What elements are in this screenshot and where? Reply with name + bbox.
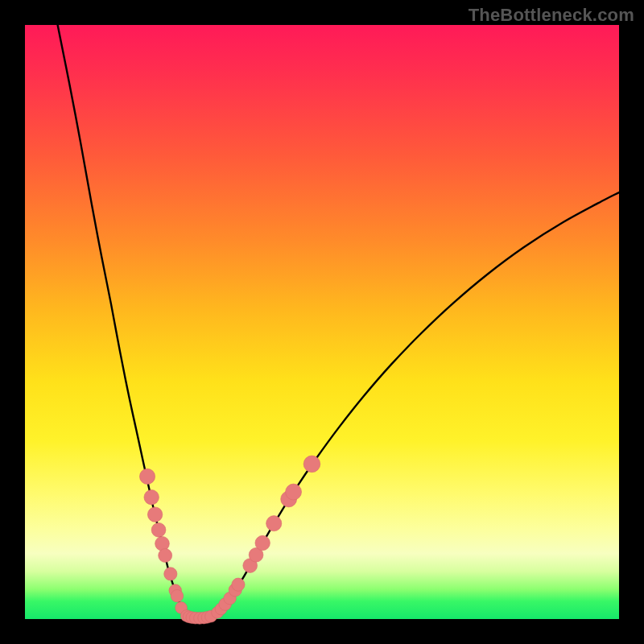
data-marker: [303, 456, 320, 473]
data-marker: [144, 489, 159, 504]
data-marker: [155, 536, 170, 551]
chart-frame: TheBottleneck.com: [0, 0, 644, 644]
data-marker: [266, 516, 282, 531]
plot-area: [25, 25, 619, 619]
data-marker: [139, 469, 155, 484]
marker-layer: [139, 456, 320, 624]
data-marker: [164, 568, 177, 580]
bottleneck-curve: [58, 25, 619, 618]
watermark-text: TheBottleneck.com: [469, 5, 634, 26]
data-marker: [255, 535, 270, 550]
data-marker: [286, 484, 302, 500]
data-marker: [159, 549, 172, 563]
data-marker: [171, 589, 184, 602]
data-marker: [232, 578, 245, 591]
chart-svg: [25, 25, 619, 619]
data-marker: [151, 522, 166, 537]
data-marker: [147, 507, 162, 522]
